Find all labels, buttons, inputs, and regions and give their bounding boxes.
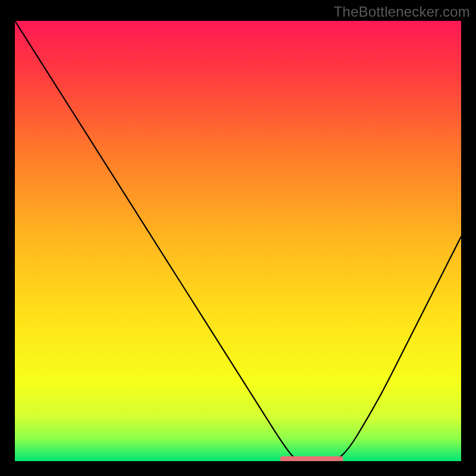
gradient-background [15, 21, 461, 461]
plot-svg [15, 21, 461, 461]
plot-frame [15, 21, 461, 461]
chart-container: TheBottlenecker.com [0, 0, 476, 476]
watermark-text: TheBottlenecker.com [334, 4, 470, 20]
